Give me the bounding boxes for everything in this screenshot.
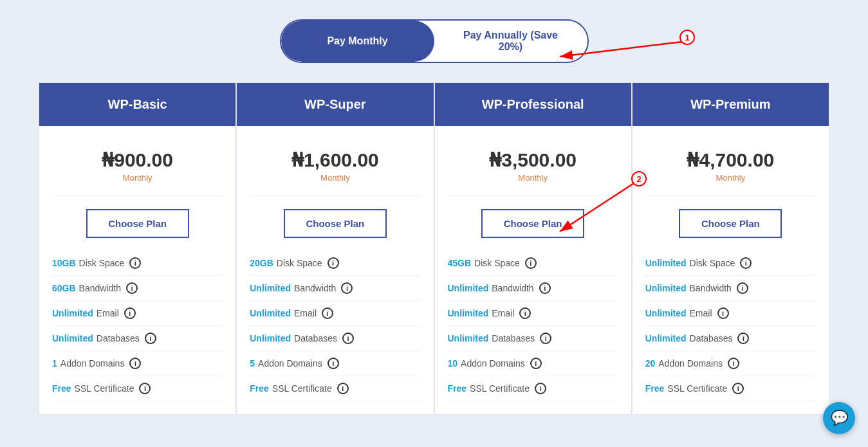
choose-plan-button[interactable]: Choose Plan — [86, 209, 189, 238]
feature-text: Bandwidth — [294, 283, 336, 293]
info-icon[interactable]: i — [328, 257, 339, 269]
plan-period: Monthly — [448, 173, 618, 183]
chat-bubble[interactable]: 💬 — [823, 402, 855, 434]
plan-header: WP-Basic — [39, 83, 235, 126]
plan-body: ₦900.00 Monthly Choose Plan 10GB Disk Sp… — [39, 126, 235, 414]
info-icon[interactable]: i — [129, 358, 141, 369]
feature-item: Free SSL Certificate i — [250, 376, 420, 401]
feature-text: Databases — [294, 333, 337, 343]
plan-period: Monthly — [250, 173, 420, 183]
billing-toggle: Pay Monthly Pay Annually (Save 20%) — [280, 19, 589, 63]
plan-body: ₦1,600.00 Monthly Choose Plan 20GB Disk … — [237, 126, 433, 414]
info-icon[interactable]: i — [341, 282, 353, 294]
feature-item: Unlimited Databases i — [250, 326, 420, 351]
feature-highlight: 10GB — [52, 258, 76, 268]
info-icon[interactable]: i — [525, 257, 537, 269]
info-icon[interactable]: i — [145, 333, 156, 344]
feature-text: Bandwidth — [690, 283, 732, 293]
info-icon[interactable]: i — [717, 307, 729, 319]
feature-item: Free SSL Certificate i — [52, 376, 223, 401]
plan-price-section: ₦900.00 Monthly — [52, 139, 223, 196]
feature-text: Databases — [690, 333, 733, 343]
info-icon[interactable]: i — [737, 282, 748, 294]
info-icon[interactable]: i — [337, 383, 349, 394]
feature-item: Free SSL Certificate i — [645, 376, 816, 401]
feature-item: 10 Addon Domains i — [448, 351, 618, 376]
feature-highlight: 10 — [448, 358, 458, 369]
feature-text: Email — [97, 308, 119, 318]
info-icon[interactable]: i — [129, 257, 141, 269]
feature-text: Bandwidth — [79, 283, 121, 293]
plan-price-section: ₦1,600.00 Monthly — [250, 139, 420, 196]
feature-item: 20GB Disk Space i — [250, 251, 420, 276]
plan-card-wp-professional: WP-Professional ₦3,500.00 Monthly Choose… — [434, 82, 632, 415]
info-icon[interactable]: i — [732, 383, 744, 394]
plan-body: ₦4,700.00 Monthly Choose Plan Unlimited … — [633, 126, 829, 414]
feature-highlight: Unlimited — [250, 308, 291, 318]
feature-text: Disk Space — [474, 258, 520, 268]
feature-highlight: Free — [52, 383, 71, 394]
info-icon[interactable]: i — [328, 358, 339, 369]
feature-highlight: Unlimited — [250, 283, 291, 293]
info-icon[interactable]: i — [737, 333, 749, 344]
info-icon[interactable]: i — [124, 307, 136, 319]
info-icon[interactable]: i — [535, 383, 546, 394]
info-icon[interactable]: i — [126, 282, 138, 294]
plans-grid: WP-Basic ₦900.00 Monthly Choose Plan 10G… — [0, 82, 868, 415]
feature-text: SSL Certificate — [75, 383, 134, 394]
features-list: Unlimited Disk Space i Unlimited Bandwid… — [645, 251, 816, 401]
feature-item: 60GB Bandwidth i — [52, 276, 223, 301]
plan-price: ₦900.00 — [52, 149, 223, 171]
features-list: 20GB Disk Space i Unlimited Bandwidth i … — [250, 251, 420, 401]
plan-price-section: ₦4,700.00 Monthly — [645, 139, 816, 196]
feature-item: 5 Addon Domains i — [250, 351, 420, 376]
pay-monthly-button[interactable]: Pay Monthly — [281, 21, 434, 62]
plan-card-wp-super: WP-Super ₦1,600.00 Monthly Choose Plan 2… — [236, 82, 434, 415]
plan-price: ₦1,600.00 — [250, 149, 420, 171]
feature-item: Unlimited Databases i — [448, 326, 618, 351]
feature-text: SSL Certificate — [667, 383, 727, 394]
info-icon[interactable]: i — [342, 333, 354, 344]
feature-item: Unlimited Email i — [448, 301, 618, 326]
feature-highlight: Unlimited — [250, 333, 291, 343]
feature-highlight: Unlimited — [52, 333, 93, 343]
info-icon[interactable]: i — [539, 282, 551, 294]
info-icon[interactable]: i — [540, 333, 551, 344]
feature-highlight: Unlimited — [448, 308, 489, 318]
feature-text: Bandwidth — [492, 283, 533, 293]
feature-text: Addon Domains — [658, 358, 723, 369]
choose-plan-button[interactable]: Choose Plan — [481, 209, 584, 238]
choose-plan-button[interactable]: Choose Plan — [284, 209, 387, 238]
plan-header: WP-Premium — [633, 83, 829, 126]
pay-annually-button[interactable]: Pay Annually (Save 20%) — [434, 21, 587, 62]
feature-highlight: Unlimited — [645, 333, 687, 343]
feature-item: Unlimited Databases i — [645, 326, 816, 351]
feature-item: Unlimited Databases i — [52, 326, 223, 351]
feature-item: Unlimited Bandwidth i — [645, 276, 816, 301]
info-icon[interactable]: i — [740, 257, 752, 269]
feature-highlight: Free — [250, 383, 269, 394]
plan-card-wp-basic: WP-Basic ₦900.00 Monthly Choose Plan 10G… — [39, 82, 236, 415]
feature-highlight: Unlimited — [52, 308, 93, 318]
feature-highlight: Unlimited — [645, 308, 687, 318]
info-icon[interactable]: i — [322, 307, 333, 319]
info-icon[interactable]: i — [519, 307, 531, 319]
feature-highlight: 60GB — [52, 283, 76, 293]
feature-item: Unlimited Email i — [645, 301, 816, 326]
choose-plan-button[interactable]: Choose Plan — [679, 209, 782, 238]
feature-item: 1 Addon Domains i — [52, 351, 223, 376]
feature-item: 20 Addon Domains i — [645, 351, 816, 376]
info-icon[interactable]: i — [530, 358, 542, 369]
feature-item: Unlimited Email i — [52, 301, 223, 326]
feature-text: SSL Certificate — [272, 383, 332, 394]
info-icon[interactable]: i — [139, 383, 151, 394]
feature-text: Addon Domains — [60, 358, 125, 369]
feature-text: Disk Space — [277, 258, 322, 268]
plan-price-section: ₦3,500.00 Monthly — [448, 139, 618, 196]
feature-text: Addon Domains — [461, 358, 525, 369]
billing-toggle-container: Pay Monthly Pay Annually (Save 20%) — [0, 13, 868, 63]
feature-highlight: 45GB — [448, 258, 472, 268]
feature-item: Free SSL Certificate i — [448, 376, 618, 401]
info-icon[interactable]: i — [728, 358, 739, 369]
feature-text: Disk Space — [690, 258, 735, 268]
